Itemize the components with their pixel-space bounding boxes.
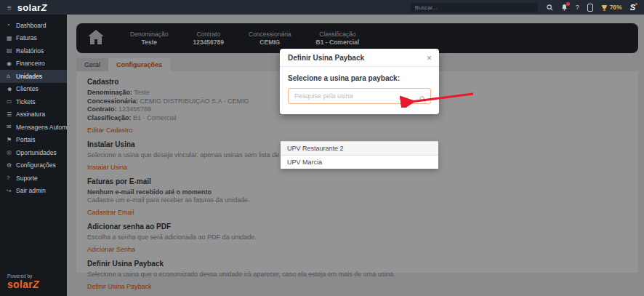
- sidebar-item-assinatura[interactable]: ☰Assinatura: [0, 108, 67, 121]
- close-icon[interactable]: ×: [427, 55, 432, 62]
- sidebar-item-faturas[interactable]: ▦Faturas: [0, 32, 67, 45]
- option-upv-marcia[interactable]: UPV Marcia: [281, 156, 438, 169]
- opportunities-icon: ◎: [7, 149, 16, 156]
- sidebar-item-unidades[interactable]: ⌂Unidades: [0, 70, 67, 83]
- global-search-input[interactable]: [411, 3, 538, 12]
- modal-body: Selecione a usina para payback:: [280, 67, 439, 114]
- notification-badge: [566, 2, 570, 6]
- sidebar-item-configuracoes[interactable]: ⚙Configurações: [0, 159, 67, 172]
- definir-usina-payback-modal: Definir Usina Payback × Selecione a usin…: [280, 49, 439, 114]
- sidebar-item-mensagens[interactable]: ✉Mensagens Automát...: [0, 121, 67, 134]
- sidebar-item-sair-admin[interactable]: ↪Sair admin: [0, 185, 67, 198]
- support-icon: ?: [7, 175, 16, 181]
- sidebar-item-clientes[interactable]: ☻Clientes: [0, 83, 67, 96]
- modal-title: Definir Usina Payback: [288, 54, 364, 62]
- mobile-app-icon[interactable]: [587, 4, 593, 12]
- modal-label: Selecione a usina para payback:: [288, 74, 431, 82]
- subscription-icon: ☰: [7, 111, 16, 118]
- gear-icon: ⚙: [7, 162, 16, 169]
- topbar: ≡ solarZ ? 76% S: [0, 0, 644, 15]
- portals-icon: ⚑: [7, 137, 16, 143]
- notifications-bell-icon[interactable]: [561, 4, 568, 11]
- search-icon: [419, 92, 426, 105]
- sidebar-item-tickets[interactable]: ▭Tickets: [0, 95, 67, 108]
- usina-search-input[interactable]: [288, 88, 431, 104]
- solarz-mini-logo-icon[interactable]: S: [630, 3, 635, 12]
- logout-icon: ↪: [7, 188, 16, 194]
- sidebar-nav: ◔Dashboard ▦Faturas ▤Relatórios ◉Finance…: [0, 15, 67, 197]
- gamification-percent: 76%: [610, 4, 622, 11]
- sidebar-item-oportunidades[interactable]: ◎Oportunidades: [0, 146, 67, 159]
- clients-icon: ☻: [7, 86, 16, 92]
- messages-icon: ✉: [7, 124, 16, 130]
- tickets-icon: ▭: [7, 98, 16, 105]
- sidebar-item-suporte[interactable]: ?Suporte: [0, 172, 67, 185]
- solarz-logo: solarZ: [17, 2, 47, 13]
- help-icon[interactable]: ?: [576, 4, 579, 11]
- menu-toggle-icon[interactable]: ≡: [7, 4, 12, 12]
- trophy-icon: [601, 4, 608, 11]
- sidebar-item-financeiro[interactable]: ◉Financeiro: [0, 57, 67, 71]
- sidebar-item-dashboard[interactable]: ◔Dashboard: [0, 19, 67, 32]
- invoices-icon: ▦: [7, 35, 16, 41]
- search-icon[interactable]: [547, 4, 553, 11]
- sidebar-item-relatorios[interactable]: ▤Relatórios: [0, 44, 67, 57]
- option-upv-restaurante-2[interactable]: UPV Restaurante 2: [281, 141, 438, 156]
- dashboard-icon: ◔: [7, 22, 16, 28]
- modal-header: Definir Usina Payback ×: [280, 49, 439, 67]
- usina-options-dropdown: UPV Restaurante 2 UPV Marcia: [281, 141, 438, 169]
- powered-by-label: Powered by: [7, 273, 67, 279]
- sidebar-footer: Powered by solarZ: [0, 273, 67, 296]
- reports-icon: ▤: [7, 47, 16, 54]
- solarz-footer-logo: solarZ: [7, 279, 67, 290]
- finance-icon: ◉: [7, 60, 16, 67]
- sidebar-item-portais[interactable]: ⚑Portais: [0, 134, 67, 147]
- sidebar: ◔Dashboard ▦Faturas ▤Relatórios ◉Finance…: [0, 15, 67, 296]
- gamification-score[interactable]: 76%: [601, 4, 622, 11]
- home-icon: ⌂: [7, 73, 16, 79]
